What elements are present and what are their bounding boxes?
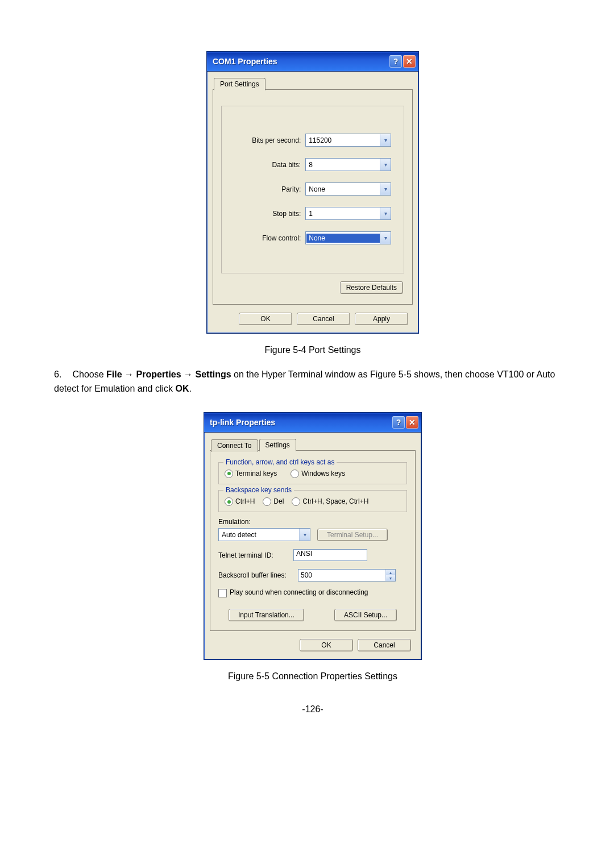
chevron-down-icon[interactable]: ▾	[380, 232, 391, 244]
titlebar: tp-link Properties ? ✕	[204, 413, 421, 433]
radio-del[interactable]: Del	[263, 497, 284, 506]
chevron-down-icon[interactable]: ▾	[380, 207, 391, 219]
telnet-label: Telnet terminal ID:	[218, 551, 287, 559]
radio-icon	[291, 470, 299, 478]
flow-combo[interactable]: None ▾	[305, 231, 391, 244]
radio-ctrl-h[interactable]: Ctrl+H	[225, 497, 255, 506]
ok-button[interactable]: OK	[239, 313, 292, 325]
figure-caption-2: Figure 5-5 Connection Properties Setting…	[45, 671, 580, 682]
tab-port-settings[interactable]: Port Settings	[214, 78, 265, 90]
help-icon[interactable]: ?	[392, 416, 405, 429]
spin-up-icon[interactable]: ▴	[386, 570, 395, 575]
radio-terminal-keys[interactable]: Terminal keys	[225, 470, 277, 478]
spin-down-icon[interactable]: ▾	[386, 575, 395, 581]
play-sound-checkbox[interactable]: Play sound when connecting or disconnect…	[218, 588, 407, 597]
radio-ctrl-h-space[interactable]: Ctrl+H, Space, Ctrl+H	[292, 497, 368, 506]
stopbits-combo[interactable]: 1 ▾	[305, 207, 391, 220]
keys-act-as-group: Function, arrow, and ctrl keys act as Te…	[218, 462, 407, 484]
checkbox-icon	[218, 589, 227, 597]
databits-combo[interactable]: 8 ▾	[305, 158, 391, 171]
emulation-combo[interactable]: Auto detect ▾	[218, 528, 310, 541]
input-translation-button[interactable]: Input Translation...	[229, 609, 304, 621]
tab-settings[interactable]: Settings	[259, 439, 296, 451]
radio-windows-keys[interactable]: Windows keys	[291, 470, 345, 478]
parity-label: Parity:	[234, 185, 301, 193]
chevron-down-icon[interactable]: ▾	[299, 529, 310, 541]
bps-label: Bits per second:	[234, 136, 301, 144]
instruction-step: 6. Choose File → Properties → Settings o…	[45, 368, 580, 396]
databits-label: Data bits:	[234, 161, 301, 169]
bps-combo[interactable]: 115200 ▾	[305, 134, 391, 147]
restore-defaults-button[interactable]: Restore Defaults	[340, 281, 403, 294]
backscroll-label: Backscroll buffer lines:	[218, 571, 291, 579]
page-number: -126-	[45, 704, 580, 715]
stopbits-label: Stop bits:	[234, 210, 301, 218]
ascii-setup-button[interactable]: ASCII Setup...	[334, 609, 397, 621]
chevron-down-icon[interactable]: ▾	[380, 159, 391, 171]
com1-properties-dialog: COM1 Properties ? ✕ Port Settings Bits p…	[206, 51, 419, 334]
flow-label: Flow control:	[234, 234, 301, 242]
ok-button[interactable]: OK	[300, 639, 353, 651]
close-icon[interactable]: ✕	[406, 416, 418, 429]
help-icon[interactable]: ?	[389, 55, 402, 68]
figure-caption-1: Figure 5-4 Port Settings	[45, 345, 580, 355]
telnet-id-field[interactable]: ANSI	[293, 549, 367, 561]
apply-button[interactable]: Apply	[355, 313, 408, 325]
radio-icon	[225, 470, 233, 478]
radio-icon	[263, 497, 271, 506]
titlebar: COM1 Properties ? ✕	[207, 52, 418, 72]
tab-connect-to[interactable]: Connect To	[211, 439, 258, 452]
backspace-group: Backspace key sends Ctrl+H Del Ctrl+H, S…	[218, 490, 407, 512]
terminal-setup-button: Terminal Setup...	[317, 529, 388, 541]
parity-combo[interactable]: None ▾	[305, 182, 391, 196]
chevron-down-icon[interactable]: ▾	[380, 183, 391, 195]
close-icon[interactable]: ✕	[403, 55, 416, 68]
radio-icon	[292, 497, 300, 506]
dialog-title: COM1 Properties	[213, 57, 277, 66]
dialog-title: tp-link Properties	[210, 418, 275, 427]
emulation-label: Emulation:	[218, 518, 407, 526]
radio-icon	[225, 497, 233, 506]
tplink-properties-dialog: tp-link Properties ? ✕ Connect To Settin…	[204, 412, 422, 660]
chevron-down-icon[interactable]: ▾	[380, 134, 391, 146]
cancel-button[interactable]: Cancel	[297, 313, 350, 325]
backscroll-spinner[interactable]: 500 ▴ ▾	[298, 569, 396, 582]
cancel-button[interactable]: Cancel	[358, 639, 411, 651]
